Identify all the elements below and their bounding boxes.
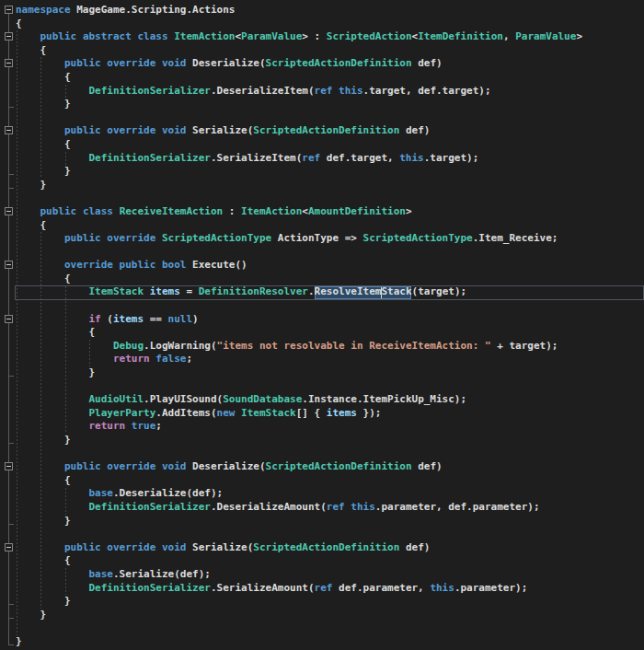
code-token (155, 460, 162, 472)
code-line[interactable]: AudioUtil.PlayUISound(SoundDatabase.Inst… (0, 393, 644, 407)
code-token: def) (399, 124, 430, 136)
code-token: .target); (424, 152, 479, 164)
code-line[interactable]: { (0, 273, 644, 286)
code-line[interactable]: public override ScriptedActionType Actio… (0, 232, 644, 246)
code-token (16, 420, 88, 432)
code-line[interactable]: return false; (0, 353, 644, 366)
code-line[interactable]: public override void Serialize(ScriptedA… (0, 124, 644, 138)
code-editor[interactable]: namespace MageGame.Scripting.Actions{ pu… (0, 0, 644, 650)
code-line[interactable]: { (0, 44, 644, 58)
code-line[interactable]: public override void Deserialize(Scripte… (0, 460, 644, 474)
code-line[interactable]: { (0, 17, 644, 31)
code-token (16, 568, 88, 580)
code-line[interactable]: { (0, 219, 644, 233)
code-line[interactable]: } (0, 595, 644, 609)
code-line[interactable]: return true; (0, 420, 644, 434)
code-token: .parameter, def.parameter); (375, 501, 540, 513)
code-line[interactable] (0, 380, 644, 394)
code-line[interactable] (0, 528, 644, 541)
code-token: def.parameter, (332, 582, 430, 594)
code-line[interactable]: public override void Deserialize(Scripte… (0, 57, 644, 71)
code-token (144, 285, 150, 297)
code-token (16, 313, 88, 325)
code-token (16, 285, 88, 297)
code-token: > (576, 30, 582, 42)
code-token: ScriptedAction (327, 30, 412, 42)
code-line[interactable] (0, 621, 644, 635)
code-line[interactable]: DefinitionSerializer.SerializeAmount(ref… (0, 582, 644, 596)
code-token: .parameter); (454, 582, 527, 594)
code-line[interactable]: Debug.LogWarning("items not resolvable i… (0, 340, 644, 354)
code-line[interactable]: DefinitionSerializer.DeserializeItem(ref… (0, 85, 644, 99)
code-token: . (144, 393, 150, 405)
code-token: LogWarning (150, 340, 211, 352)
code-line[interactable]: public class ReceiveItemAction : ItemAct… (0, 205, 644, 219)
code-line[interactable]: } (0, 98, 644, 111)
code-token: override (107, 460, 155, 472)
code-token: (def); (174, 568, 211, 580)
code-token: ScriptedActionDefinition (253, 541, 399, 553)
code-token: ScriptedActionDefinition (266, 57, 412, 69)
code-area[interactable]: namespace MageGame.Scripting.Actions{ pu… (0, 4, 644, 649)
code-line[interactable] (0, 192, 644, 205)
code-token (16, 353, 113, 365)
code-line[interactable] (0, 299, 644, 313)
code-line[interactable]: ItemStack items = DefinitionResolver.Res… (0, 285, 644, 299)
code-line[interactable]: PlayerParty.AddItems(new ItemStack[] { i… (0, 407, 644, 421)
code-line[interactable]: override public bool Execute() (0, 259, 644, 273)
code-line[interactable]: public override void Serialize(ScriptedA… (0, 541, 644, 555)
code-token: ref (327, 501, 345, 513)
code-token: base (88, 487, 113, 499)
code-token (76, 205, 83, 217)
code-token: Deserialize (192, 460, 259, 472)
code-line[interactable]: } (0, 635, 644, 649)
code-line[interactable]: } (0, 434, 644, 447)
code-line[interactable]: { (0, 554, 644, 568)
code-line[interactable]: } (0, 179, 644, 192)
code-line[interactable] (0, 111, 644, 125)
code-line[interactable]: } (0, 515, 644, 528)
code-token: () (235, 259, 247, 271)
code-token: void (162, 460, 187, 472)
code-token: public (64, 460, 101, 472)
code-token: }); (357, 407, 382, 419)
code-line[interactable]: if (items == null) (0, 313, 644, 327)
code-token: } (16, 165, 71, 177)
code-token: ActionType => (271, 232, 362, 244)
code-line[interactable]: namespace MageGame.Scripting.Actions (0, 4, 644, 17)
code-line[interactable]: } (0, 366, 644, 380)
code-line[interactable]: public abstract class ItemAction<ParamVa… (0, 30, 644, 44)
code-line[interactable]: base.Serialize(def); (0, 568, 644, 582)
code-token: ScriptedActionDefinition (266, 460, 412, 472)
code-token: bool (162, 259, 187, 271)
code-line[interactable]: } (0, 609, 644, 622)
code-line[interactable] (0, 246, 644, 260)
code-token: DefinitionResolver (199, 285, 308, 297)
code-token: Serialize (192, 124, 247, 136)
code-line[interactable]: DefinitionSerializer.DeserializeAmount(r… (0, 501, 644, 515)
code-line[interactable]: { (0, 474, 644, 488)
code-line[interactable]: { (0, 326, 644, 340)
code-token: (def); (186, 487, 223, 499)
code-token: . (211, 152, 217, 164)
code-token: items (150, 285, 180, 297)
code-token: . (308, 285, 315, 297)
code-line[interactable]: DefinitionSerializer.SerializeItem(ref d… (0, 152, 644, 166)
code-token: ; (155, 420, 162, 432)
code-token: } (16, 515, 71, 527)
code-token: PlayerParty (88, 407, 155, 419)
code-line[interactable]: { (0, 71, 644, 85)
code-token (16, 582, 88, 594)
code-token (16, 541, 64, 553)
code-token: override (107, 232, 155, 244)
code-token: ; (186, 353, 192, 365)
code-token: (target); (412, 285, 467, 297)
code-line[interactable]: { (0, 138, 644, 152)
code-token: ref (302, 152, 320, 164)
code-token: Serialize (192, 541, 247, 553)
code-line[interactable] (0, 447, 644, 461)
code-token (155, 57, 162, 69)
code-line[interactable]: } (0, 165, 644, 179)
code-line[interactable]: base.Deserialize(def); (0, 487, 644, 501)
code-token: return (88, 420, 125, 432)
